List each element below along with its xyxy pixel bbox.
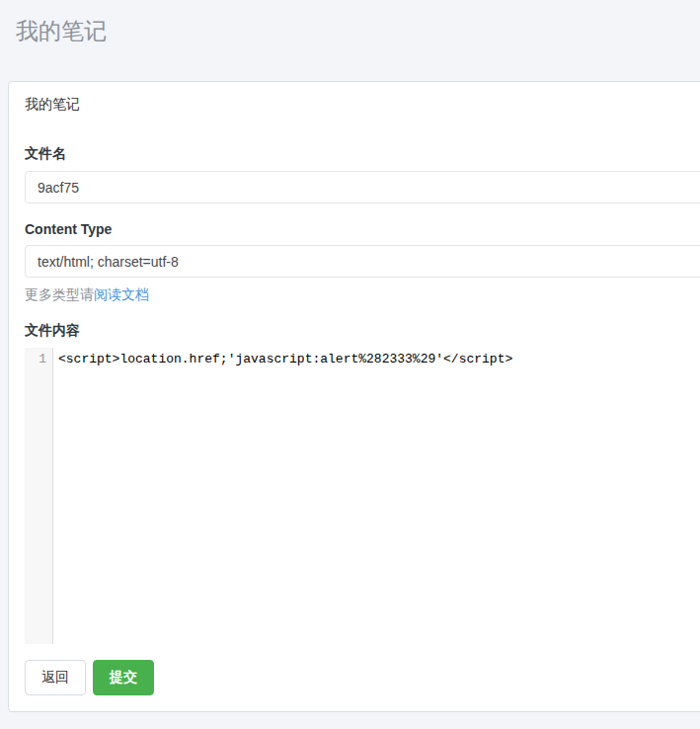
code-editor[interactable]: 1 <script>location.href;'javascript:aler… — [25, 348, 700, 644]
card-title: 我的笔记 — [25, 96, 700, 114]
content-type-group: Content Type 更多类型请阅读文档 — [25, 221, 700, 304]
editor-code-line[interactable]: <script>location.href;'javascript:alert%… — [53, 348, 700, 644]
help-prefix-text: 更多类型请 — [25, 286, 94, 302]
content-type-input[interactable] — [25, 245, 700, 278]
content-type-help: 更多类型请阅读文档 — [25, 286, 700, 304]
file-content-group: 文件内容 1 <script>location.href;'javascript… — [25, 322, 700, 644]
filename-input[interactable] — [25, 171, 700, 203]
submit-button[interactable]: 提交 — [93, 660, 154, 695]
notes-form-card: 我的笔记 文件名 Content Type 更多类型请阅读文档 文件内容 1 <… — [8, 81, 700, 712]
read-docs-link[interactable]: 阅读文档 — [94, 286, 149, 302]
editor-line-number-gutter: 1 — [25, 348, 53, 644]
content-type-label: Content Type — [25, 221, 700, 237]
file-content-label: 文件内容 — [25, 322, 700, 340]
filename-group: 文件名 — [25, 145, 700, 203]
filename-label: 文件名 — [25, 145, 700, 163]
page-title: 我的笔记 — [0, 0, 700, 43]
back-button[interactable]: 返回 — [25, 660, 86, 695]
form-buttons: 返回 提交 — [25, 660, 700, 695]
